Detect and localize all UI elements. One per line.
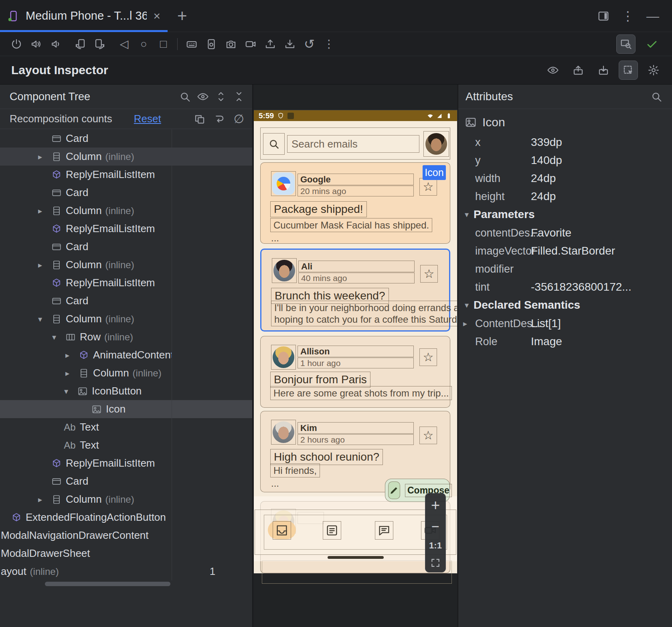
- volume-down-button[interactable]: [46, 34, 65, 54]
- tree-row[interactable]: ReplyEmailListItem: [0, 220, 253, 238]
- tree-row[interactable]: ▸Column(inline): [0, 202, 253, 220]
- screenshot-button[interactable]: [221, 34, 241, 54]
- avatar[interactable]: [272, 258, 297, 283]
- zoom-in-button[interactable]: +: [431, 498, 440, 513]
- tree-row[interactable]: ModalNavigationDrawerContent: [0, 526, 253, 544]
- chevron-right-icon[interactable]: ▸: [65, 350, 79, 360]
- chevron-right-icon[interactable]: ▸: [38, 260, 51, 270]
- parameters-section-header[interactable]: ▾ Parameters: [458, 205, 672, 224]
- toolbar-more-icon[interactable]: ⋮: [319, 34, 339, 54]
- tree-row[interactable]: ▸Column(inline): [0, 490, 253, 508]
- chevron-down-icon[interactable]: ▾: [64, 386, 77, 396]
- favorite-button[interactable]: ☆: [419, 427, 437, 444]
- tree-row[interactable]: ▸Column(inline): [0, 256, 253, 274]
- copy-counts-icon[interactable]: [194, 113, 206, 125]
- chevron-down-icon[interactable]: ▾: [52, 332, 65, 342]
- device-settings-button[interactable]: [201, 34, 221, 54]
- tab-close-icon[interactable]: ×: [153, 10, 160, 22]
- chevron-right-icon[interactable]: ▸: [38, 152, 51, 162]
- highlight-eye-icon[interactable]: [197, 91, 209, 103]
- expand-all-icon[interactable]: [215, 91, 227, 103]
- zoom-ratio-label[interactable]: 1:1: [429, 540, 442, 551]
- search-icon[interactable]: [179, 91, 191, 103]
- avatar[interactable]: [271, 420, 296, 445]
- screenshot-inspect-toggle-button[interactable]: [616, 34, 636, 54]
- tree-row[interactable]: ReplyEmailListItem: [0, 454, 253, 472]
- tree-row[interactable]: ▸AnimatedContent: [0, 346, 253, 364]
- show-recomposition-flow-icon[interactable]: [214, 113, 226, 125]
- zoom-fit-button[interactable]: [430, 558, 441, 568]
- email-card[interactable]: Allison 1 hour ago ☆ Bonjour from Paris …: [260, 336, 450, 408]
- tree-row[interactable]: Card: [0, 184, 253, 202]
- virtual-keyboard-button[interactable]: [182, 34, 201, 54]
- email-card[interactable]: Google 20 mins ago ☆ Package shipped! Cu…: [260, 162, 450, 244]
- new-tab-button[interactable]: +: [177, 6, 187, 26]
- device-tab[interactable]: Medium Phone - T...l 36.0 ×: [0, 0, 168, 32]
- tree-row[interactable]: Card: [0, 129, 253, 148]
- import-snapshot-icon[interactable]: [593, 61, 613, 80]
- semantics-section-header[interactable]: ▾ Declared Semantics: [458, 296, 672, 314]
- chevron-right-icon[interactable]: ▸: [463, 319, 467, 328]
- select-component-toggle-button[interactable]: [619, 61, 638, 80]
- search-icon[interactable]: [263, 133, 285, 155]
- volume-up-button[interactable]: [26, 34, 46, 54]
- tree-row[interactable]: ayout(inline)1: [0, 562, 253, 580]
- back-button[interactable]: ◁: [114, 34, 134, 54]
- zoom-out-button[interactable]: −: [431, 520, 439, 533]
- avatar[interactable]: [271, 345, 296, 370]
- disable-counts-icon[interactable]: ∅: [234, 113, 244, 125]
- tree-row[interactable]: ▾Column(inline): [0, 310, 253, 328]
- layout-windows-icon[interactable]: [597, 10, 609, 22]
- tree-row[interactable]: ▸Column(inline): [0, 364, 253, 382]
- search-icon[interactable]: [650, 91, 662, 103]
- minimize-icon[interactable]: —: [646, 10, 659, 22]
- chevron-down-icon[interactable]: ▾: [465, 210, 469, 219]
- search-input[interactable]: Search emails: [287, 135, 419, 153]
- rotate-left-button[interactable]: [70, 34, 90, 54]
- tree-row[interactable]: ReplyEmailListItem: [0, 274, 253, 292]
- tree-row[interactable]: AbText: [0, 436, 253, 454]
- export-snapshot-icon[interactable]: [568, 61, 588, 80]
- tree-row[interactable]: ▾Row(inline): [0, 328, 253, 346]
- nav-articles-icon[interactable]: [323, 521, 341, 540]
- chevron-down-icon[interactable]: ▾: [465, 300, 469, 310]
- settings-gear-icon[interactable]: [644, 61, 663, 80]
- tree-row[interactable]: ModalDrawerSheet: [0, 544, 253, 562]
- chevron-down-icon[interactable]: ▾: [38, 314, 51, 324]
- toggle-overlay-eye-icon[interactable]: [543, 61, 563, 80]
- collapse-all-icon[interactable]: [233, 91, 245, 103]
- apply-changes-check-icon[interactable]: [642, 34, 662, 54]
- tree-row[interactable]: Icon: [0, 400, 253, 418]
- search-bar[interactable]: Search emails: [260, 127, 450, 160]
- reset-link[interactable]: Reset: [134, 113, 161, 125]
- nav-chat-icon[interactable]: [375, 521, 393, 540]
- overview-button[interactable]: □: [154, 34, 173, 54]
- horizontal-scrollbar[interactable]: [45, 582, 170, 586]
- favorite-button[interactable]: ☆: [419, 178, 437, 196]
- tree-row[interactable]: Card: [0, 292, 253, 310]
- profile-avatar[interactable]: [423, 131, 449, 157]
- tree-row[interactable]: ExtendedFloatingActionButton: [0, 508, 253, 526]
- upload-button[interactable]: [260, 34, 280, 54]
- tree-row[interactable]: Card: [0, 238, 253, 256]
- chevron-right-icon[interactable]: ▸: [38, 495, 51, 504]
- more-options-icon[interactable]: ⋮: [621, 10, 634, 22]
- tree-row[interactable]: Card: [0, 472, 253, 490]
- favorite-button[interactable]: ☆: [420, 265, 438, 283]
- favorite-button[interactable]: ☆: [419, 348, 437, 366]
- chevron-right-icon[interactable]: ▸: [65, 368, 79, 378]
- power-button[interactable]: [6, 34, 26, 54]
- tree-row[interactable]: ▾IconButton: [0, 382, 253, 400]
- rotate-right-button[interactable]: [90, 34, 109, 54]
- avatar[interactable]: [271, 171, 296, 196]
- snapshot-restore-button[interactable]: ↺: [300, 34, 319, 54]
- home-button[interactable]: ○: [134, 34, 154, 54]
- email-card-selected[interactable]: Ali 40 mins ago ☆ Brunch this weekend? I…: [260, 249, 450, 332]
- tree-row[interactable]: ▸Column(inline): [0, 148, 253, 166]
- tree-row[interactable]: AbText: [0, 418, 253, 436]
- screen-record-button[interactable]: [241, 34, 260, 54]
- download-button[interactable]: [280, 34, 300, 54]
- nav-inbox-icon[interactable]: [273, 521, 291, 540]
- chevron-right-icon[interactable]: ▸: [38, 206, 51, 216]
- tree-row[interactable]: ReplyEmailListItem: [0, 166, 253, 184]
